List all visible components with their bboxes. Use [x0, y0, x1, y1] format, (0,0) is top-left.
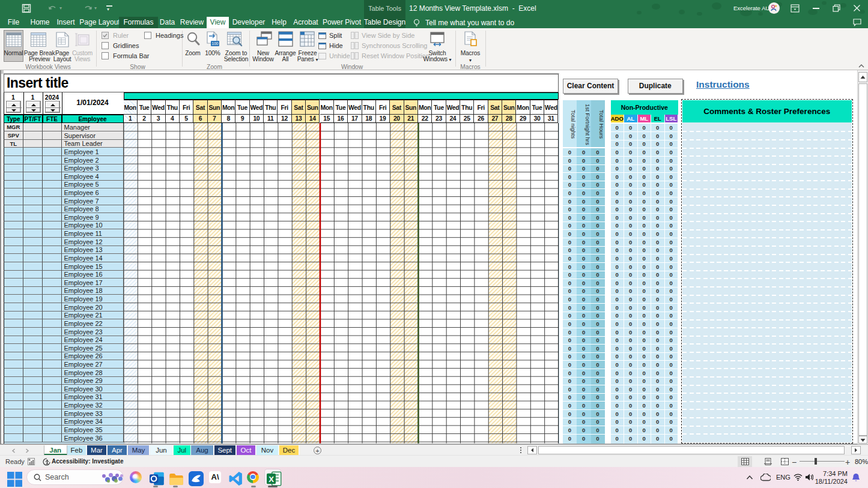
svg-text:X: X — [269, 475, 274, 484]
svg-text:100: 100 — [212, 41, 219, 46]
